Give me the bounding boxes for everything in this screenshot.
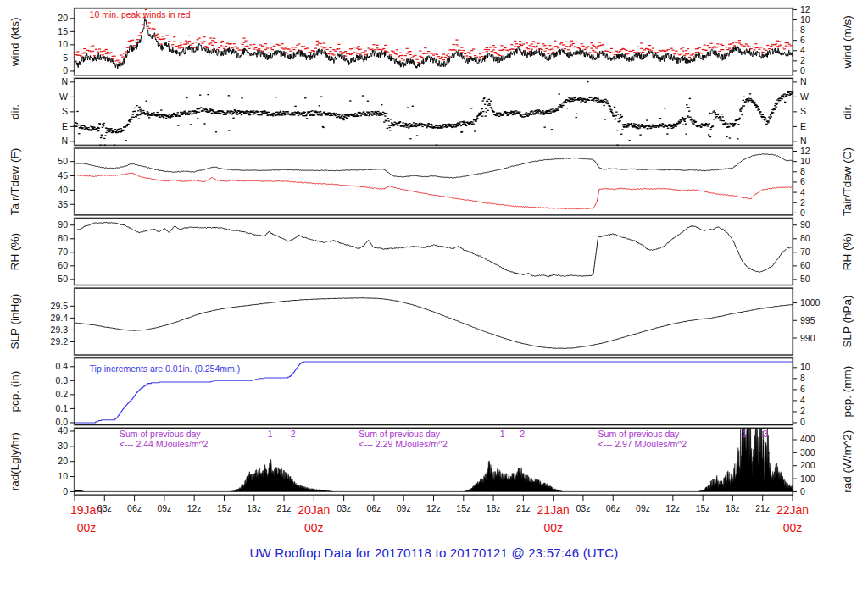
svg-text:20: 20 (58, 456, 68, 466)
x-tick: 18z (726, 503, 740, 513)
svg-text:10: 10 (800, 362, 810, 372)
x-tick: 06z (127, 503, 142, 513)
svg-text:200: 200 (800, 460, 815, 470)
svg-text:90: 90 (800, 219, 810, 230)
x-tick: 09z (157, 503, 171, 513)
annotation: 1 (743, 429, 748, 439)
axis-right-temp: 024681012 (793, 146, 810, 218)
svg-text:2: 2 (800, 55, 805, 65)
x-tick: 06z (366, 503, 381, 513)
axis-label-left-wind: wind (kts) (8, 17, 21, 67)
svg-text:0: 0 (800, 417, 805, 427)
annotation: 10 min. peak winds in red (90, 9, 191, 19)
svg-text:E: E (800, 121, 806, 131)
annotation: Sum of previous day (120, 429, 201, 439)
panel-slp: 29.229.329.429.59909951000SLP (inHg)SLP … (8, 288, 854, 355)
svg-text:80: 80 (800, 233, 810, 243)
svg-text:4: 4 (800, 45, 805, 55)
x-tick: 06z (606, 503, 620, 513)
svg-text:12: 12 (800, 146, 810, 156)
svg-text:N: N (61, 76, 68, 86)
annotation: Tip increments are 0.01in. (0.254mm.) (90, 363, 241, 374)
svg-text:0: 0 (800, 65, 805, 75)
x-tick-day: 22Jan (776, 503, 809, 517)
panel-wind: 05101520024681012wind (kts)wind (m/s)10 … (8, 4, 854, 75)
svg-text:29.4: 29.4 (51, 313, 69, 323)
svg-text:70: 70 (800, 247, 810, 257)
axis-label-left-rh: RH (%) (8, 233, 21, 270)
annotation: <--- 2.29 MJoules/m^2 (359, 439, 448, 449)
annotation: 3 (763, 429, 768, 439)
svg-text:5: 5 (63, 53, 68, 63)
axis-left-slp: 29.229.329.429.5 (51, 301, 75, 346)
x-tick: 21z (277, 503, 292, 513)
x-tick: 21z (755, 503, 770, 513)
axis-right-rad: 0100200300400 (793, 434, 815, 496)
svg-text:400: 400 (800, 434, 815, 444)
x-tick: 15z (456, 503, 470, 513)
svg-text:N: N (61, 136, 68, 146)
x-tick: 03z (337, 503, 351, 513)
svg-text:60: 60 (58, 260, 68, 270)
axis-label-left-rad: rad(Lgly/hr) (8, 432, 21, 490)
x-tick: 12z (187, 503, 202, 513)
axis-label-right-rh: RH (%) (841, 233, 854, 270)
svg-text:29.5: 29.5 (51, 301, 69, 311)
x-tick: 18z (487, 503, 501, 513)
x-tick: 09z (397, 503, 411, 513)
panel-pcp: 0.00.10.20.30.40246810pcp. (in)pcp. (mm)… (8, 358, 854, 428)
panel-temp: 35404550024681012Tair/Tdew (F)Tair/Tdew … (8, 146, 854, 218)
axis-left-temp: 35404550 (58, 156, 75, 209)
axis-right-slp: 9909951000 (793, 297, 821, 342)
svg-text:20: 20 (58, 13, 68, 23)
x-tick-day-hour: 00z (543, 521, 563, 535)
annotation: Sum of previous day (598, 429, 680, 439)
x-tick: 21z (516, 503, 531, 513)
svg-text:0: 0 (800, 208, 805, 218)
svg-text:40: 40 (58, 185, 68, 195)
axis-left-rad: 010203040 (58, 425, 75, 496)
x-tick: 15z (696, 503, 710, 513)
x-tick-day-hour: 00z (77, 521, 97, 535)
annotation: 2 (291, 429, 296, 439)
panel-dir: NESWNNESWNdir.dir. (8, 76, 854, 146)
svg-text:6: 6 (800, 176, 805, 186)
axis-right-dir: NESWN (793, 76, 809, 146)
svg-text:E: E (62, 121, 68, 131)
axis-left-wind: 05101520 (58, 13, 75, 75)
svg-text:0: 0 (63, 486, 68, 496)
annotation: 1 (500, 429, 505, 439)
annotation: <--- 2.44 MJoules/m^2 (120, 439, 209, 449)
svg-text:0.3: 0.3 (55, 375, 68, 385)
svg-text:0.4: 0.4 (55, 361, 68, 371)
axis-label-right-rad: rad (W/m^2) (841, 430, 854, 493)
svg-text:990: 990 (800, 333, 815, 343)
svg-text:45: 45 (58, 170, 68, 180)
axis-right-wind: 024681012 (793, 4, 810, 75)
svg-text:29.3: 29.3 (51, 324, 69, 335)
svg-text:4: 4 (800, 187, 805, 197)
svg-text:6: 6 (800, 384, 805, 394)
x-axis: 19Jan00z03z06z09z12z15z18z21z20Jan00z03z… (70, 495, 809, 535)
svg-text:2: 2 (800, 406, 805, 416)
svg-text:W: W (800, 91, 809, 102)
axis-label-right-dir: dir. (841, 104, 854, 119)
svg-text:0: 0 (800, 486, 805, 496)
svg-text:80: 80 (58, 233, 68, 243)
svg-text:100: 100 (800, 474, 815, 484)
svg-text:W: W (59, 91, 68, 102)
svg-text:60: 60 (800, 260, 810, 270)
annotation: 1 (268, 429, 273, 439)
svg-text:8: 8 (800, 373, 805, 383)
axis-left-dir: NESWN (59, 76, 75, 146)
svg-text:8: 8 (800, 166, 805, 176)
axis-label-right-wind: wind (m/s) (841, 15, 854, 69)
x-tick: 12z (426, 503, 441, 513)
axis-label-right-temp: Tair/Tdew (C) (841, 147, 854, 216)
svg-text:15: 15 (58, 26, 68, 36)
axis-label-left-slp: SLP (inHg) (8, 294, 21, 350)
axis-left-rh: 5060708090 (58, 219, 75, 284)
axis-right-pcp: 0246810 (793, 362, 810, 427)
svg-text:300: 300 (800, 447, 815, 457)
axis-right-rh: 5060708090 (793, 219, 810, 284)
